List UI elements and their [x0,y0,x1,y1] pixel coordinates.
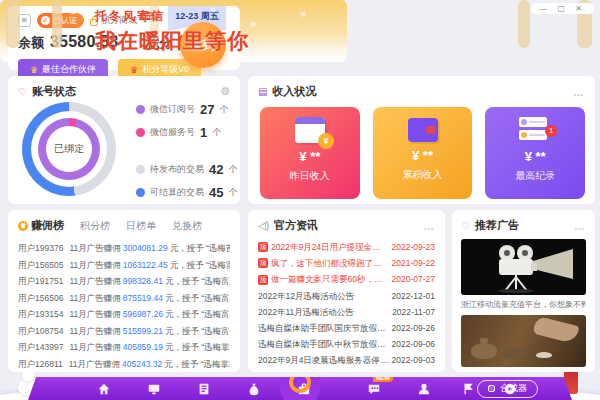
news-title: 官方资讯 [274,218,318,233]
news-list: 顶2022年9月24日用户提现金额暂时调整的进度公告2022-09-23 顶疯了… [258,239,435,369]
account-status-card: ♡ 账号状态 ⚙ 已绑定 微信订阅号 27 个 微信服务号 1 个 待发布的交易… [8,76,240,204]
home-icon[interactable] [96,381,111,396]
thumbs-up-icon: ♡ [461,220,470,231]
list-icon: 1 [519,117,551,143]
coin-icon: ¥ [318,133,334,149]
wallet-icon [408,118,438,142]
legend-dot [136,128,145,137]
ranking-list: 用户19937611月广告赚佣3004081.29元，授予 “迅梅首富” 称号 … [18,240,230,372]
teapot-photo-shape [471,343,497,359]
crown-icon: ♛ [130,65,138,75]
projector-icon [461,239,586,295]
pin-icon: 顶 [258,275,268,285]
speaker-icon: ◁) [258,220,269,231]
synthesizer-button[interactable]: 合成器 [477,380,538,398]
news-item[interactable]: 2022年9月4日凌晨迅梅服务器停机维护公告2022-09-03 [258,352,435,368]
profile-icon[interactable] [416,381,431,396]
more-icon[interactable]: … [423,220,435,232]
pin-icon: 顶 [258,258,268,268]
news-item[interactable]: 顶做一篇赚文案只需要60秒，免费玩赚文来了！迅…2020-07-27 [258,271,435,287]
ranking-row: 用户14399711月广告赚佣405859.19元，授予 “迅梅掌柜” 称号 [18,339,230,356]
news-item[interactable]: 2022年12月迅梅活动公告2022-12-01 [258,288,435,304]
ranking-row: 用户15650611月广告赚佣875519.44元，授予 “迅梅富豪” 称号 [18,290,230,307]
more-icon[interactable]: … [574,220,586,232]
news-item[interactable]: 2022年11月迅梅活动公告2022-11-07 [258,304,435,320]
income-card-total[interactable]: ¥ ** 累积收入 [373,107,473,199]
tab-exchange-rank[interactable]: 兑换榜 [172,219,202,233]
ranking-row: 用户15650511月广告赚佣1063122.45元，授予 “迅梅富豪” 称号 [18,257,230,274]
legend-dot [136,105,145,114]
ads-title: 推荐广告 [475,218,519,233]
ranking-card: ♛ 赚佣榜 积分榜 日榜单 兑换榜 用户19937611月广告赚佣3004081… [8,210,240,372]
legend-item: 待发布的交易 42 个 [136,162,237,177]
synthesizer-icon [488,385,495,392]
tab-commission-rank[interactable]: ♛ 赚佣榜 [18,218,64,233]
level-button-label: 积分等级V0 [142,63,189,76]
ranking-row: 用户12681111月广告赚佣405243.32元，授予 “迅梅掌柜” 称号 [18,356,230,373]
donut-center-label: 已绑定 [46,126,92,172]
ads-card: ♡ 推荐广告 … 浙江移动流量充值平台，你想象不到的便宜！ [452,210,595,372]
heart-icon: ♡ [18,86,27,97]
income-card: ▤ 收入状况 … ¥ ¥ ** 昨日收入 ¥ ** 累积收入 1 ¥ ** 最高… [248,76,595,204]
income-card-yesterday[interactable]: ¥ ¥ ** 昨日收入 [260,107,360,199]
banner-title: 我在暖阳里等你 [95,27,249,55]
income-title: 收入状况 [272,84,316,99]
check-icon: ✓ [41,16,50,25]
news-doc-icon[interactable] [196,381,211,396]
gear-icon[interactable]: ⚙ [220,85,230,98]
tab-points-rank[interactable]: 积分榜 [80,219,110,233]
income-card-record[interactable]: 1 ¥ ** 最高纪录 [485,107,585,199]
news-item[interactable]: 顶2022年9月24日用户提现金额暂时调整的进度公告2022-09-23 [258,239,435,255]
income-icon: ▤ [258,86,267,97]
ranking-row: 用户19315411月广告赚佣596987.26元，授予 “迅梅富豪” 称号 [18,306,230,323]
notification-badge: 1 [545,125,557,137]
legend-item: 微信服务号 1 个 [136,125,237,140]
news-card: ◁) 官方资讯 … 顶2022年9月24日用户提现金额暂时调整的进度公告2022… [248,210,445,372]
hand-photo-shape [532,316,579,344]
legend-item: 微信订阅号 27 个 [136,102,237,117]
money-bag-icon[interactable] [246,381,261,396]
legend-dot [136,165,145,174]
legend-dot [136,188,145,197]
chat-icon[interactable]: NEW [366,381,381,396]
chart-legend: 微信订阅号 27 个 微信服务号 1 个 待发布的交易 42 个 可结算的交易 … [136,102,237,208]
window-controls[interactable]: — ▢ ✕ [531,3,594,14]
pin-icon: 顶 [258,242,268,252]
monitor-icon[interactable] [146,381,161,396]
calendar-icon: ¥ [295,117,325,143]
account-status-title: 账号状态 [32,84,76,99]
donut-chart: 已绑定 [22,102,116,196]
news-item[interactable]: 迅梅自媒体助手团队国庆节放假通知2022-09-26 [258,320,435,336]
ranking-row: 用户19175111月广告赚佣998328.41元，授予 “迅梅富豪” 称号 [18,273,230,290]
news-item[interactable]: 顶疯了，这下他们都没得跑了，迅梅风控真的牛！！2021-09-22 [258,255,435,271]
app-logo[interactable] [289,371,311,393]
ad-caption: 浙江移动流量充值平台，你想象不到的便宜！ [461,299,586,310]
ranking-row: 用户19937611月广告赚佣3004081.29元，授予 “迅梅首富” 称号 [18,240,230,257]
legend-item: 可结算的交易 45 个 [136,185,237,200]
banner-subtitle: 托冬风寄信 [95,8,249,25]
partner-button-label: 最佳合作伙伴 [42,63,96,76]
more-icon[interactable]: … [573,86,585,98]
news-item[interactable]: 迅梅自媒体助手团队中秋节放假通知2022-09-06 [258,336,435,352]
flag-share-icon[interactable] [460,381,475,396]
medal-icon: ♛ [18,221,28,231]
tab-daily-rank[interactable]: 日榜单 [126,219,156,233]
crown-icon: ♛ [30,65,38,75]
ranking-row: 用户10875411月广告赚佣515599.21元，授予 “迅梅富豪” 称号 [18,323,230,340]
ad-image-projector[interactable] [461,239,586,295]
ad-image-tea[interactable] [461,315,586,367]
balance-label: 余额 [18,34,44,52]
bottom-nav-bar: NEW 合成器 [28,377,572,400]
new-badge: NEW [373,374,393,382]
